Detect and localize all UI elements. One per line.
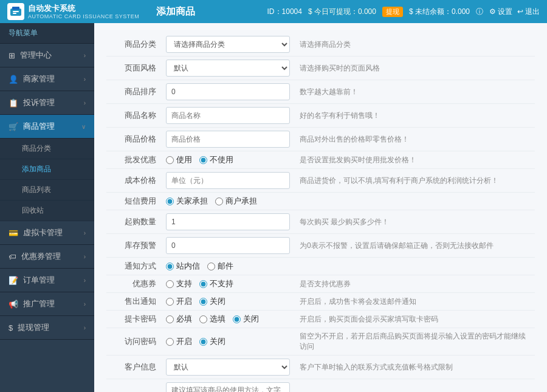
radio-sale-notify-on[interactable]: 开启 [166, 296, 192, 307]
settings-label: 设置 [498, 7, 512, 17]
pending-balance: $ 未结余额：0.000 [409, 7, 470, 17]
sidebar-item-virtual[interactable]: 💳 虚拟卡管理 › [0, 221, 94, 245]
radio-coupon-support[interactable]: 支持 [166, 278, 192, 289]
sidebar-item-order[interactable]: 📝 订单管理 › [0, 269, 94, 292]
sidebar-item-complaint[interactable]: 📋 投诉管理 › [0, 91, 94, 115]
radio-card-pwd-required[interactable]: 必填 [166, 314, 192, 325]
radio-wholesale-off[interactable]: 不使用 [199, 154, 233, 165]
radio-group-wholesale: 使用 不使用 [166, 154, 290, 165]
arrow-icon: ∨ [81, 123, 86, 130]
label-min-qty: 起购数量 [106, 210, 161, 234]
input-stock-alert[interactable] [166, 237, 290, 254]
radio-input-wholesale-off[interactable] [199, 156, 207, 164]
input-price[interactable] [166, 131, 290, 148]
topbar-right: ID：10004 $ 今日可提现：0.000 提现 $ 未结余额：0.000 ⓘ… [267, 7, 540, 17]
textarea-description[interactable] [166, 382, 290, 392]
radio-notify-email[interactable]: 邮件 [207, 261, 233, 272]
sidebar-label-order: 订单管理 [23, 275, 55, 286]
radio-input-notify-site[interactable] [166, 263, 174, 270]
radio-input-wholesale-on[interactable] [166, 156, 174, 164]
logo-title: 自动发卡系统 [28, 4, 139, 13]
input-sort[interactable] [166, 83, 290, 100]
radio-wholesale-on[interactable]: 使用 [166, 154, 192, 165]
radio-input-sale-notify-on[interactable] [166, 298, 174, 306]
logo: 自动发卡系统 AUTOMATIC CARD ISSUANCE SYSTEM [7, 3, 139, 20]
sidebar-sub-label-list: 商品列表 [22, 185, 51, 194]
radio-input-shipping-user[interactable] [215, 198, 223, 205]
arrow-icon: › [84, 253, 86, 260]
radio-input-access-pwd-on[interactable] [166, 338, 174, 346]
sidebar-label-dashboard: 管理中心 [20, 50, 52, 61]
complaint-icon: 📋 [9, 98, 18, 108]
sidebar-item-merchant[interactable]: 👤 商家管理 › [0, 67, 94, 91]
input-name[interactable] [166, 107, 290, 124]
radio-group-card-pwd: 必填 选填 关闭 [166, 314, 290, 325]
sidebar: 导航菜单 ⊞ 管理中心 › 👤 商家管理 › 📋 投诉管理 › 🛒 [0, 23, 94, 392]
hint-name: 好的名字有利于销售哦！ [295, 104, 535, 128]
radio-input-access-pwd-off[interactable] [199, 338, 207, 346]
radio-input-notify-email[interactable] [207, 263, 215, 270]
select-page-style[interactable]: 默认 [166, 60, 290, 77]
radio-input-coupon-nosupport[interactable] [199, 280, 207, 288]
sidebar-item-goods-inner: 🛒 商品管理 [9, 121, 55, 132]
select-customer-info[interactable]: 默认 [166, 359, 290, 376]
label-card-pwd: 提卡密码 [106, 311, 161, 328]
sidebar-item-virtual-inner: 💳 虚拟卡管理 [9, 227, 63, 238]
label-access-pwd: 访问密码 [106, 328, 161, 356]
sidebar-item-coupon[interactable]: 🏷 优惠券管理 › [0, 245, 94, 269]
page-title: 添加商品 [156, 5, 195, 18]
sidebar-sub-item-goods-list[interactable]: 商品列表 [0, 180, 94, 201]
select-category[interactable]: 请选择商品分类 [166, 36, 290, 53]
sidebar-sub-item-goods-category[interactable]: 商品分类 [0, 139, 94, 159]
radio-card-pwd-optional[interactable]: 选填 [199, 314, 225, 325]
radio-input-sale-notify-off[interactable] [199, 298, 207, 306]
control-cost [161, 169, 295, 193]
radio-card-pwd-off[interactable]: 关闭 [233, 314, 259, 325]
control-category: 请选择商品分类 [161, 33, 295, 57]
sidebar-label-complaint: 投诉管理 [23, 97, 55, 108]
control-min-qty [161, 210, 295, 234]
sidebar-sub-item-goods-add[interactable]: 添加商品 [0, 159, 94, 180]
sidebar-item-dashboard[interactable]: ⊞ 管理中心 › [0, 44, 94, 67]
row-sort: 商品排序 数字越大越靠前！ [106, 80, 535, 104]
radio-input-card-pwd-off[interactable] [233, 315, 241, 323]
sidebar-item-withdraw[interactable]: $ 提现管理 › [0, 316, 94, 340]
content-area: 商品分类 请选择商品分类 请选择商品分类 页面风格 默认 [94, 23, 547, 392]
sidebar-item-promote[interactable]: 📢 推广管理 › [0, 292, 94, 316]
radio-access-pwd-off[interactable]: 关闭 [199, 336, 225, 347]
radio-group-sale-notify: 开启 关闭 [166, 296, 290, 307]
sidebar-item-goods[interactable]: 🛒 商品管理 ∨ [0, 115, 94, 139]
radio-sale-notify-off[interactable]: 关闭 [199, 296, 225, 307]
control-wholesale: 使用 不使用 [161, 151, 295, 169]
label-cost: 成本价格 [106, 169, 161, 193]
logout-button[interactable]: ↩ 退出 [517, 7, 540, 17]
hint-page-style: 请选择购买时的页面风格 [295, 57, 535, 80]
radio-access-pwd-on[interactable]: 开启 [166, 336, 192, 347]
logo-subtitle: AUTOMATIC CARD ISSUANCE SYSTEM [28, 13, 139, 19]
input-min-qty[interactable] [166, 213, 290, 230]
input-cost[interactable] [166, 172, 290, 189]
sidebar-item-merchant-inner: 👤 商家管理 [9, 74, 55, 84]
merchant-icon: 👤 [9, 75, 18, 84]
row-description: 商品说明 商品说明显示在商品购买页面 [106, 379, 535, 393]
logout-label: 退出 [525, 7, 540, 17]
sidebar-sub-label-recycle: 回收站 [22, 206, 44, 215]
sidebar-item-promote-inner: 📢 推广管理 [9, 298, 55, 309]
row-card-pwd: 提卡密码 必填 选填 关闭 [106, 311, 535, 328]
radio-input-coupon-support[interactable] [166, 280, 174, 288]
radio-shipping-merchant[interactable]: 关家承担 [166, 196, 208, 207]
radio-notify-site[interactable]: 站内信 [166, 261, 200, 272]
row-access-pwd: 访问密码 开启 关闭 留空为不开启，若开启后商品购买页面将提示输入设置的密码才能… [106, 328, 535, 356]
sidebar-sub-item-goods-recycle[interactable]: 回收站 [0, 201, 94, 221]
radio-input-card-pwd-required[interactable] [166, 315, 174, 323]
radio-input-shipping-merchant[interactable] [166, 198, 174, 205]
sidebar-label-promote: 推广管理 [23, 298, 55, 309]
settings-button[interactable]: ⚙ 设置 [489, 7, 512, 17]
hint-stock-alert: 为0表示不报警，设置后请确保邮箱正确，否则无法接收邮件 [295, 234, 535, 258]
user-id: ID：10004 [267, 7, 302, 17]
radio-coupon-nosupport[interactable]: 不支持 [199, 278, 233, 289]
radio-input-card-pwd-optional[interactable] [199, 315, 207, 323]
row-customer-info: 客户信息 默认 客户下单时输入的联系方式或充值帐号格式限制 [106, 356, 535, 379]
radio-shipping-user[interactable]: 商户承担 [215, 196, 257, 207]
recharge-button[interactable]: 提现 [382, 7, 403, 17]
